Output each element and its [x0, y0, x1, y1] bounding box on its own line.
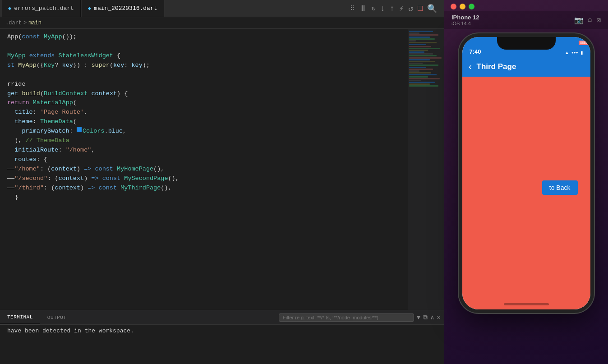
- home-bar[interactable]: [504, 303, 549, 305]
- code-line: title: 'Page Route',: [7, 108, 408, 117]
- code-line: initialRoute: "/home",: [7, 146, 408, 155]
- notch: [497, 37, 556, 50]
- filter-bar: ▼ ⧉ ∧ ✕: [279, 313, 441, 322]
- debug-badge: DEBUG: [579, 41, 591, 45]
- minimap: [408, 29, 444, 310]
- code-line: ), // ThemeData: [7, 136, 408, 146]
- restart-icon[interactable]: ↺: [408, 4, 413, 14]
- code-line: st MyApp({Key? key}) : super(key: key);: [7, 61, 408, 70]
- phone-controls: 📷 ⌂ ⊠: [574, 16, 601, 25]
- reload-icon[interactable]: ↻: [372, 4, 376, 13]
- search-icon[interactable]: 🔍: [427, 4, 437, 14]
- phone-simulator-panel: iPhone 12 iOS 14.4 📷 ⌂ ⊠ DEBUG 7:40 ▲ ●●…: [444, 0, 608, 364]
- tab-errors-patch[interactable]: ◆ errors_patch.dart: [2, 0, 81, 17]
- code-line: routes: {: [7, 155, 408, 165]
- phone-os-label: iOS 14.4: [451, 21, 479, 26]
- code-area: App(const MyApp()); MyApp extends Statel…: [0, 29, 444, 310]
- traffic-lights: [444, 0, 481, 11]
- minimize-window-button[interactable]: [460, 4, 465, 9]
- toolbar: ⠿ ⏸ ↻ ↓ ↑ ⚡ ↺ □ 🔍: [350, 4, 442, 14]
- bottom-tabs: TERMINAL OUTPUT ▼ ⧉ ∧ ✕: [0, 310, 444, 325]
- status-time: 7:40: [470, 48, 481, 55]
- ide-panel: ◆ errors_patch.dart ◆ main_20220316.dart…: [0, 0, 444, 364]
- app-bar: ‹ Third Page: [462, 57, 590, 77]
- dart-file-icon-2: ◆: [88, 5, 91, 12]
- code-line: theme: ThemeData(: [7, 117, 408, 127]
- terminal-content: have been detected in the workspace.: [0, 325, 444, 364]
- step-into-icon[interactable]: ↑: [390, 4, 395, 13]
- code-line: primarySwatch: Colors.blue,: [7, 127, 408, 136]
- phone-topbar: iPhone 12 iOS 14.4 📷 ⌂ ⊠: [444, 11, 608, 29]
- code-line: [7, 42, 408, 51]
- code-line: MyApp extends StatelessWidget {: [7, 51, 408, 61]
- lock-icon[interactable]: ⊠: [596, 16, 601, 25]
- wifi-icon: ▲: [565, 50, 569, 55]
- status-icons: ▲ ●●● ▮: [565, 50, 583, 55]
- bottom-panel: TERMINAL OUTPUT ▼ ⧉ ∧ ✕ have been detect…: [0, 310, 444, 364]
- output-tab[interactable]: OUTPUT: [40, 310, 74, 324]
- tab-main[interactable]: ◆ main_20220316.dart: [82, 0, 164, 17]
- camera-icon[interactable]: 📷: [574, 16, 583, 25]
- step-over-icon[interactable]: ↓: [380, 4, 385, 13]
- code-line: return MaterialApp(: [7, 98, 408, 108]
- code-line: [7, 70, 408, 80]
- tab-bar: ◆ errors_patch.dart ◆ main_20220316.dart…: [0, 0, 444, 17]
- dart-file-icon: ◆: [8, 5, 11, 12]
- back-button[interactable]: ‹: [468, 62, 473, 72]
- code-line: rride: [7, 80, 408, 89]
- page-content: to Back: [462, 77, 590, 299]
- home-indicator: [462, 299, 590, 309]
- collapse-icon[interactable]: ∧: [430, 313, 434, 321]
- to-back-button[interactable]: to Back: [542, 180, 578, 195]
- code-line: ——"/third": (context) => const MyThirdPa…: [7, 184, 408, 193]
- page-title: Third Page: [477, 62, 516, 71]
- signal-icon: ●●●: [571, 51, 578, 55]
- pause-icon[interactable]: ⏸: [359, 4, 367, 13]
- code-line: ——"/home": (context) => const MyHomePage…: [7, 165, 408, 174]
- code-editor[interactable]: App(const MyApp()); MyApp extends Statel…: [0, 29, 408, 310]
- code-line: App(const MyApp());: [7, 32, 408, 42]
- code-line: }: [7, 193, 408, 203]
- lightning-icon[interactable]: ⚡: [399, 4, 404, 14]
- iphone-frame: DEBUG 7:40 ▲ ●●● ▮ ‹ Third Page to Back: [459, 33, 594, 313]
- maximize-window-button[interactable]: [469, 4, 474, 9]
- phone-model-label: iPhone 12: [451, 14, 479, 21]
- battery-icon: ▮: [580, 50, 583, 55]
- close-panel-icon[interactable]: ✕: [437, 313, 441, 321]
- filter-icon[interactable]: ▼: [417, 314, 420, 321]
- copy-icon[interactable]: ⧉: [423, 314, 428, 321]
- close-window-button[interactable]: [451, 4, 456, 9]
- breadcrumb: .dart > main: [0, 17, 444, 29]
- terminal-tab[interactable]: TERMINAL: [0, 310, 40, 324]
- code-line: get build(BuildContext context) {: [7, 89, 408, 99]
- code-line: ——"/second": (context) => const MySecond…: [7, 174, 408, 184]
- filter-input[interactable]: [279, 313, 414, 322]
- home-icon[interactable]: ⌂: [588, 16, 592, 25]
- stop-icon[interactable]: □: [418, 4, 423, 13]
- toolbar-dots-icon[interactable]: ⠿: [350, 5, 355, 12]
